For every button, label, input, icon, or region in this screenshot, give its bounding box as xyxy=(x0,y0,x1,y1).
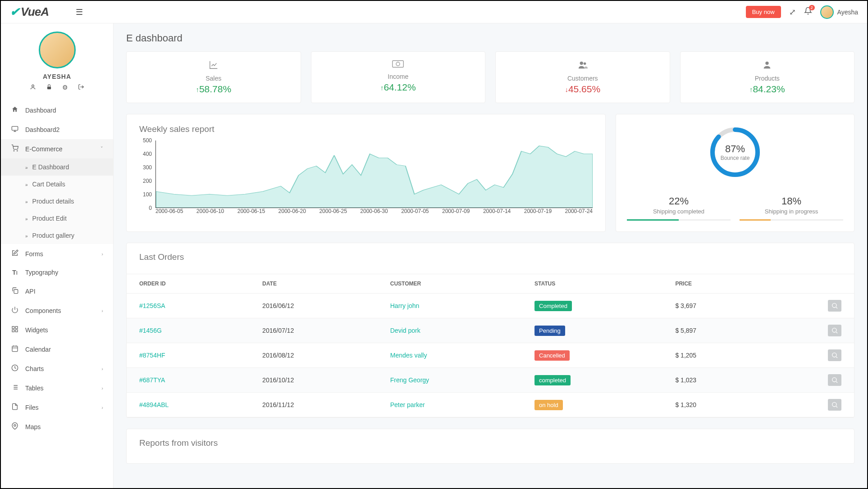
customer-link[interactable]: Devid pork xyxy=(390,327,420,334)
sidebar-item-dashboard2[interactable]: Dashboard2 xyxy=(1,120,113,139)
order-id-link[interactable]: #8754HF xyxy=(139,352,165,359)
home-icon xyxy=(11,106,19,114)
svg-point-14 xyxy=(396,62,400,66)
ship-label: Shipping completed xyxy=(627,208,731,215)
svg-point-21 xyxy=(832,328,836,332)
brand-logo[interactable]: ✔VueA xyxy=(10,5,49,19)
svg-point-24 xyxy=(832,403,836,407)
sidebar-item-calendar[interactable]: Calendar xyxy=(1,340,113,359)
customer-link[interactable]: Freng Georgy xyxy=(390,376,429,384)
gear-icon[interactable]: ⚙ xyxy=(62,84,68,91)
bounce-gauge: 87%Bounce rate xyxy=(708,125,762,179)
sidebar-item-label: Tables xyxy=(25,385,43,392)
table-row: #8754HF2016/08/12Mendes vallyCancelled$ … xyxy=(127,343,854,368)
sidebar-item-label: API xyxy=(25,288,36,295)
notif-badge: 2 xyxy=(809,5,815,10)
svg-rect-7 xyxy=(15,326,18,329)
grid-icon xyxy=(11,326,19,334)
sidebar-item-dashboard[interactable]: Dashboard xyxy=(1,100,113,120)
sidebar-item-widgets[interactable]: Widgets xyxy=(1,320,113,340)
sidebar-item-forms[interactable]: Forms› xyxy=(1,244,113,263)
submenu-item[interactable]: »Cart Details xyxy=(1,176,113,193)
stat-row: Sales↑58.78%Income↑64.12%Customers↓45.65… xyxy=(126,51,854,103)
cal-icon xyxy=(11,345,19,353)
order-date: 2016/10/12 xyxy=(250,368,378,393)
stat-sales: Sales↑58.78% xyxy=(126,51,301,103)
view-order-button[interactable] xyxy=(828,325,841,336)
svg-point-15 xyxy=(580,62,583,65)
reports-title: Reports from visitors xyxy=(139,438,841,448)
view-order-button[interactable] xyxy=(828,374,841,386)
page-title: E dashboard xyxy=(126,32,854,44)
sidebar-item-label: Typography xyxy=(25,269,58,276)
sidebar-item-label: Widgets xyxy=(25,326,48,334)
orders-title: Last Orders xyxy=(127,243,854,267)
svg-rect-5 xyxy=(14,290,18,294)
brand-text: VueA xyxy=(21,5,49,18)
sidebar-item-e-commerce[interactable]: E-Commerce˅ xyxy=(1,139,113,158)
double-chevron-icon: » xyxy=(25,182,28,187)
submenu-item[interactable]: »Product details xyxy=(1,193,113,210)
orders-card: Last Orders ORDER IDDATECUSTOMERSTATUSPR… xyxy=(126,243,854,418)
chart-icon xyxy=(127,60,301,72)
table-row: #687TYA2016/10/12Freng Georgycompleted$ … xyxy=(127,368,854,393)
submenu-item[interactable]: »Product gallery xyxy=(1,227,113,244)
cart-icon xyxy=(11,145,19,153)
submenu-item[interactable]: »E Dashboard xyxy=(1,158,113,176)
sidebar-item-label: Forms xyxy=(25,250,43,258)
sidebar-item-label: Dashboard xyxy=(25,107,56,114)
clock-icon xyxy=(11,364,19,373)
col-header: PRICE xyxy=(662,274,767,294)
view-order-button[interactable] xyxy=(828,300,841,312)
order-date: 2016/06/12 xyxy=(250,294,378,318)
brand-check-icon: ✔ xyxy=(10,5,19,18)
order-id-link[interactable]: #4894ABL xyxy=(139,401,169,408)
arrow-up-icon: ↑ xyxy=(380,84,384,91)
view-order-button[interactable] xyxy=(828,349,841,361)
sidebar-item-charts[interactable]: Charts› xyxy=(1,359,113,378)
sidebar-item-api[interactable]: API xyxy=(1,281,113,301)
orders-table: ORDER IDDATECUSTOMERSTATUSPRICE #1256SA2… xyxy=(127,274,854,417)
sidebar-item-files[interactable]: Files› xyxy=(1,398,113,417)
stat-label: Income xyxy=(311,73,485,80)
svg-rect-10 xyxy=(12,346,18,352)
buy-now-button[interactable]: Buy now xyxy=(746,6,781,18)
status-badge: Cancelled xyxy=(535,350,570,361)
list-icon xyxy=(11,384,19,392)
sidebar-item-maps[interactable]: Maps xyxy=(1,417,113,436)
lock-icon[interactable] xyxy=(46,84,52,91)
notifications-icon[interactable]: 2 xyxy=(804,7,812,17)
sidebar-item-label: E-Commerce xyxy=(25,145,62,153)
logout-icon[interactable] xyxy=(78,84,84,91)
type-icon: TI xyxy=(11,269,19,276)
stat-value: ↓45.65% xyxy=(496,84,670,95)
user-menu[interactable]: Ayesha xyxy=(820,5,858,19)
col-header: ORDER ID xyxy=(127,274,250,294)
view-order-button[interactable] xyxy=(828,399,841,411)
double-chevron-icon: » xyxy=(25,217,28,222)
edit-icon xyxy=(11,249,19,258)
sidebar-item-components[interactable]: Components› xyxy=(1,301,113,320)
customer-link[interactable]: Mendes vally xyxy=(390,352,427,359)
order-id-link[interactable]: #1256SA xyxy=(139,302,165,309)
order-id-link[interactable]: #1456G xyxy=(139,327,162,334)
chevron-down-icon: ˅ xyxy=(101,146,103,152)
svg-rect-8 xyxy=(12,330,14,332)
menu-toggle-icon[interactable]: ☰ xyxy=(76,7,83,17)
fullscreen-icon[interactable]: ⤢ xyxy=(789,7,796,17)
user-name: Ayesha xyxy=(837,9,858,16)
order-id-link[interactable]: #687TYA xyxy=(139,376,165,384)
bounce-card: 87%Bounce rate 22%Shipping completed18%S… xyxy=(616,114,854,232)
sidebar-item-typography[interactable]: TITypography xyxy=(1,263,113,281)
submenu-item[interactable]: »Product Edit xyxy=(1,210,113,227)
sidebar-item-tables[interactable]: Tables› xyxy=(1,378,113,398)
customer-link[interactable]: Peter parker xyxy=(390,401,425,408)
svg-point-4 xyxy=(17,150,18,151)
cash-icon xyxy=(311,60,485,70)
arrow-down-icon: ↓ xyxy=(565,86,568,93)
customer-link[interactable]: Harry john xyxy=(390,302,420,309)
double-chevron-icon: » xyxy=(25,234,28,239)
svg-rect-9 xyxy=(15,330,18,332)
avatar-large[interactable] xyxy=(39,32,76,68)
user-icon[interactable] xyxy=(30,84,36,91)
